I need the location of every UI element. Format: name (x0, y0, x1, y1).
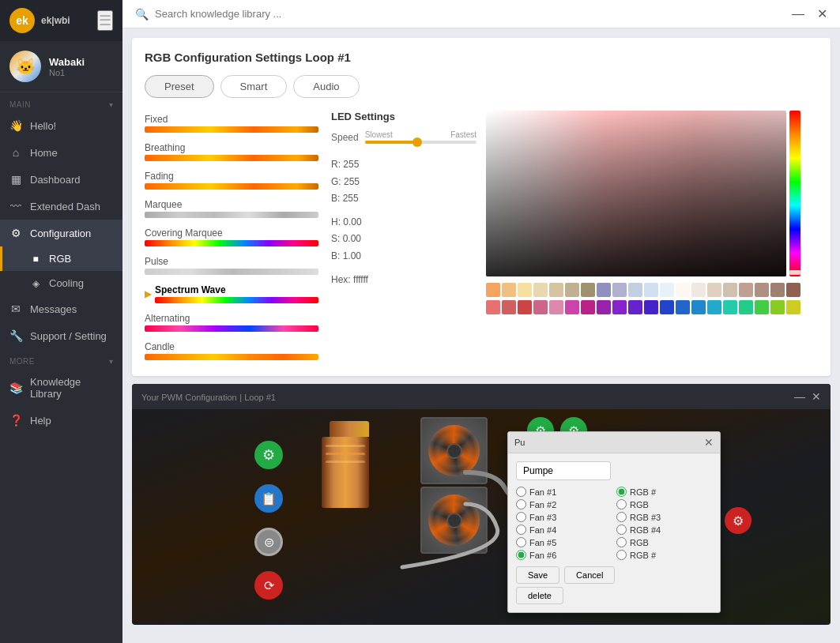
color-swatch[interactable] (502, 300, 516, 314)
color-swatch[interactable] (549, 283, 563, 297)
color-swatch[interactable] (660, 300, 674, 314)
component-clipboard[interactable]: 📋 (254, 484, 283, 513)
app-logo: ek ek|wbi (9, 8, 70, 33)
hue-bar[interactable] (789, 111, 800, 276)
close-button[interactable]: ✕ (817, 6, 827, 21)
color-swatch[interactable] (676, 300, 690, 314)
dialog-save-button[interactable]: Save (516, 566, 559, 584)
speed-thumb (412, 137, 422, 147)
smart-button[interactable]: Smart (220, 75, 288, 98)
flow-icon: ⟳ (264, 578, 274, 593)
color-swatch[interactable] (612, 283, 627, 297)
color-swatch[interactable] (786, 283, 800, 297)
sidebar-item-dashboard[interactable]: ▦ Dashboard (0, 166, 122, 193)
led-mode-breathing[interactable]: Breathing (145, 139, 318, 164)
help-icon: ❓ (9, 414, 22, 427)
color-swatch[interactable] (518, 283, 532, 297)
rgb-5-radio[interactable] (616, 537, 627, 547)
led-mode-pulse[interactable]: Pulse (145, 253, 318, 278)
color-swatch[interactable] (707, 283, 721, 297)
color-swatch[interactable] (691, 300, 706, 314)
rgb-2-radio[interactable] (616, 499, 627, 510)
dialog-close-button[interactable]: ✕ (704, 436, 714, 449)
sidebar-item-messages[interactable]: ✉ Messages (0, 295, 122, 322)
sidebar-item-support[interactable]: 🔧 Support / Setting (0, 322, 122, 349)
color-swatch[interactable] (660, 283, 674, 297)
color-swatch[interactable] (676, 283, 690, 297)
color-swatch[interactable] (628, 300, 642, 314)
component-coil[interactable]: ⊜ (254, 528, 283, 556)
color-swatch[interactable] (644, 283, 658, 297)
sidebar-sub-item-rgb[interactable]: ■ RGB (0, 246, 122, 271)
color-swatch[interactable] (518, 300, 532, 314)
fan-4-radio[interactable] (516, 525, 526, 535)
speed-slider-track[interactable] (365, 141, 477, 144)
color-swatch[interactable] (644, 300, 658, 314)
led-mode-alternating[interactable]: Alternating (145, 310, 318, 335)
color-swatch[interactable] (565, 283, 579, 297)
hamburger-button[interactable]: ☰ (97, 10, 113, 31)
color-gradient-box[interactable] (486, 111, 786, 276)
color-swatch[interactable] (612, 300, 627, 314)
color-swatch[interactable] (597, 300, 611, 314)
rgb-6-radio[interactable] (616, 550, 627, 560)
color-swatch[interactable] (707, 300, 721, 314)
color-swatch[interactable] (628, 283, 642, 297)
component-pump-gear[interactable]: ⚙ (254, 441, 283, 469)
color-swatch[interactable] (723, 300, 737, 314)
pump-name-input[interactable] (516, 461, 611, 480)
led-mode-candle[interactable]: Candle (145, 338, 318, 363)
led-mode-marquee[interactable]: Marquee (145, 196, 318, 221)
color-swatch[interactable] (581, 300, 595, 314)
color-swatch[interactable] (739, 300, 753, 314)
color-swatch[interactable] (786, 300, 800, 314)
color-swatch[interactable] (770, 283, 785, 297)
fan-1-radio[interactable] (516, 487, 526, 497)
led-mode-covering-marquee[interactable]: Covering Marquee (145, 224, 318, 250)
speed-label: Speed (331, 132, 359, 143)
color-swatch[interactable] (533, 283, 548, 297)
rgb-icon: ■ (30, 254, 41, 265)
color-swatch[interactable] (486, 283, 500, 297)
sidebar-item-knowledge[interactable]: 📚 Knowledge Library (0, 369, 122, 407)
fan-6-radio[interactable] (516, 550, 526, 560)
color-swatch[interactable] (533, 300, 548, 314)
rgb-4-radio[interactable] (616, 525, 627, 535)
sidebar-item-hello[interactable]: 👋 Hello! (0, 112, 122, 139)
rgb-3-radio[interactable] (616, 512, 627, 522)
led-mode-fading[interactable]: Fading (145, 167, 318, 193)
color-swatch[interactable] (739, 283, 753, 297)
color-swatch[interactable] (597, 283, 611, 297)
color-swatch[interactable] (770, 300, 785, 314)
color-swatch[interactable] (755, 283, 769, 297)
led-mode-fixed[interactable]: Fixed (145, 111, 318, 136)
dialog-cancel-button[interactable]: Cancel (564, 566, 615, 584)
component-flow[interactable]: ⟳ (254, 571, 283, 600)
sidebar-item-home[interactable]: ⌂ Home (0, 139, 122, 166)
color-swatch[interactable] (691, 283, 706, 297)
color-swatch[interactable] (755, 300, 769, 314)
color-swatch[interactable] (565, 300, 579, 314)
color-swatch[interactable] (486, 300, 500, 314)
fan-3-radio[interactable] (516, 512, 526, 522)
pwm-close-button[interactable]: ✕ (812, 390, 821, 403)
color-swatch[interactable] (723, 283, 737, 297)
fan-5-radio[interactable] (516, 537, 526, 547)
dialog-delete-button[interactable]: delete (516, 587, 563, 604)
minimize-button[interactable]: — (792, 7, 804, 21)
sidebar-item-help[interactable]: ❓ Help (0, 407, 122, 434)
sidebar-sub-item-cooling[interactable]: ◈ Cooling (0, 271, 122, 295)
color-swatch[interactable] (502, 283, 516, 297)
color-swatch[interactable] (581, 283, 595, 297)
pwm-minimize-button[interactable]: — (794, 390, 805, 403)
sidebar-item-extended-dash[interactable]: 〰 Extended Dash (0, 193, 122, 220)
audio-button[interactable]: Audio (293, 75, 359, 98)
search-input[interactable] (155, 8, 392, 20)
sidebar-item-configuration[interactable]: ⚙ Configuration (0, 220, 122, 246)
rgb-1-radio[interactable] (616, 487, 627, 497)
led-mode-spectrum-wave[interactable]: ▶ Spectrum Wave (145, 281, 318, 306)
preset-button[interactable]: Preset (145, 75, 214, 98)
pwm-title: Your PWM Configuration | Loop #1 (141, 391, 276, 403)
fan-2-radio[interactable] (516, 499, 526, 510)
color-swatch[interactable] (549, 300, 563, 314)
